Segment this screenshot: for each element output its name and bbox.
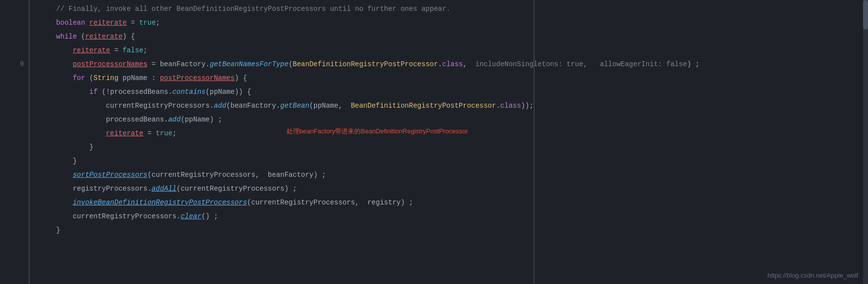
code-token bbox=[40, 182, 73, 196]
code-token: = bbox=[143, 126, 156, 140]
code-token: String bbox=[93, 71, 118, 85]
line-number: 9 bbox=[14, 57, 24, 71]
code-token: contains bbox=[172, 85, 206, 99]
code-token bbox=[40, 209, 73, 223]
code-token bbox=[40, 43, 73, 57]
code-line: currentRegistryProcessors.clear() ; bbox=[40, 209, 868, 223]
code-token bbox=[85, 16, 89, 30]
code-token bbox=[40, 196, 73, 209]
code-line: } bbox=[40, 140, 868, 154]
line-number bbox=[14, 2, 24, 16]
line-number bbox=[14, 16, 24, 30]
code-token: = bbox=[126, 16, 139, 30]
code-token: } bbox=[40, 154, 77, 168]
code-line: } bbox=[40, 223, 868, 237]
code-token: add bbox=[168, 113, 180, 126]
code-token: ppName : bbox=[119, 71, 160, 85]
code-line: invokeBeanDefinitionRegistryPostProcesso… bbox=[40, 196, 868, 209]
code-token: ) ; bbox=[687, 57, 700, 71]
divider-line bbox=[534, 0, 535, 284]
code-token: allowEagerInit: false bbox=[600, 57, 687, 71]
code-token: BeanDefinitionRegistryPostProcessor bbox=[351, 99, 496, 113]
scrollbar-thumb[interactable] bbox=[863, 0, 868, 30]
code-token bbox=[40, 16, 56, 30]
watermark: https://blog.csdn.net/Apple_wolf bbox=[767, 272, 858, 279]
code-token: addAll bbox=[152, 182, 176, 196]
code-token bbox=[40, 71, 73, 85]
code-token: , bbox=[463, 57, 475, 71]
code-token: . bbox=[496, 99, 500, 113]
code-token bbox=[40, 30, 56, 43]
code-line: sortPostProcessors(currentRegistryProces… bbox=[40, 168, 868, 182]
code-token bbox=[40, 99, 106, 113]
line-number bbox=[14, 43, 24, 57]
code-token: . bbox=[438, 57, 442, 71]
code-token: ; bbox=[143, 43, 147, 57]
line-numbers: 9 bbox=[0, 0, 30, 284]
code-token: (ppName) ; bbox=[181, 113, 222, 126]
line-number bbox=[14, 140, 24, 154]
scrollbar[interactable] bbox=[863, 0, 868, 284]
code-line: boolean reiterate = true; bbox=[40, 16, 868, 30]
code-token: add bbox=[214, 99, 226, 113]
code-token: while bbox=[56, 30, 77, 43]
code-token: () ; bbox=[202, 209, 218, 223]
code-line: if (!processedBeans.contains(ppName)) { bbox=[40, 85, 868, 99]
code-token bbox=[40, 85, 89, 99]
code-token: reiterate bbox=[106, 126, 143, 140]
code-line: for (String ppName : postProcessorNames)… bbox=[40, 71, 868, 85]
code-token: currentRegistryProcessors. bbox=[73, 209, 180, 223]
code-token: true bbox=[156, 126, 172, 140]
code-token: (ppName)) { bbox=[206, 85, 251, 99]
code-line: reiterate = true; bbox=[40, 126, 868, 140]
code-token: ; bbox=[156, 16, 160, 30]
code-token: class bbox=[500, 99, 521, 113]
code-token: ) { bbox=[235, 71, 247, 85]
code-token bbox=[40, 57, 73, 71]
line-number bbox=[14, 113, 24, 126]
code-token: = bbox=[110, 43, 123, 57]
code-token: // Finally, invoke all other BeanDefinit… bbox=[40, 2, 451, 16]
line-number bbox=[14, 209, 24, 223]
code-line: // Finally, invoke all other BeanDefinit… bbox=[40, 2, 868, 16]
code-token: )); bbox=[521, 99, 534, 113]
code-token: clear bbox=[181, 209, 202, 223]
code-token: false bbox=[123, 43, 143, 57]
code-token: ; bbox=[172, 126, 176, 140]
code-token bbox=[40, 168, 73, 182]
code-container: 9 // Finally, invoke all other BeanDefin… bbox=[0, 0, 868, 284]
code-token bbox=[587, 57, 600, 71]
code-token: ( bbox=[289, 57, 292, 71]
code-token bbox=[40, 126, 106, 140]
code-token: } bbox=[40, 140, 93, 154]
code-line: while (reiterate) { bbox=[40, 30, 868, 43]
code-token: ) { bbox=[123, 30, 135, 43]
code-token: processedBeans. bbox=[106, 113, 168, 126]
code-token: for bbox=[73, 71, 85, 85]
code-line: } bbox=[40, 154, 868, 168]
code-token: (currentRegistryProcessors) ; bbox=[176, 182, 297, 196]
code-token: class bbox=[442, 57, 463, 71]
line-number bbox=[14, 168, 24, 182]
code-token: sortPostProcessors bbox=[73, 168, 147, 182]
code-token: invokeBeanDefinitionRegistryPostProcesso… bbox=[73, 196, 247, 209]
code-token: getBeanNamesForType bbox=[209, 57, 289, 71]
code-token: postProcessorNames bbox=[160, 71, 235, 85]
code-area: // Finally, invoke all other BeanDefinit… bbox=[30, 0, 868, 284]
line-number bbox=[14, 196, 24, 209]
code-token: includeNonSingletons: true, bbox=[475, 57, 587, 71]
code-token: currentRegistryProcessors. bbox=[106, 99, 213, 113]
code-token: (currentRegistryProcessors, beanFactory)… bbox=[147, 168, 326, 182]
code-token: registryProcessors. bbox=[73, 182, 152, 196]
code-token: ( bbox=[77, 30, 85, 43]
line-number bbox=[14, 71, 24, 85]
line-number bbox=[14, 154, 24, 168]
code-token: reiterate bbox=[85, 30, 123, 43]
line-number bbox=[14, 223, 24, 237]
code-token: (ppName, bbox=[309, 99, 351, 113]
code-token: } bbox=[40, 223, 60, 237]
line-number bbox=[14, 99, 24, 113]
code-token: postProcessorNames bbox=[73, 57, 147, 71]
code-token: (beanFactory. bbox=[226, 99, 280, 113]
code-token: ( bbox=[85, 71, 93, 85]
